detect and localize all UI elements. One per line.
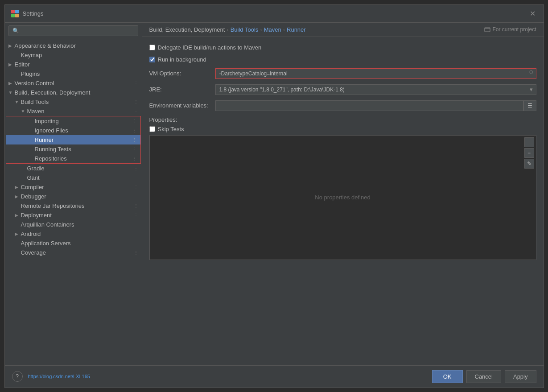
breadcrumb-part1: Build, Execution, Deployment	[149, 26, 225, 33]
app-icon	[10, 9, 19, 18]
sidebar-item-plugins[interactable]: Plugins	[5, 69, 142, 78]
cancel-button[interactable]: Cancel	[466, 370, 501, 383]
vm-options-row: VM Options: ⬡	[149, 68, 536, 79]
breadcrumb-part3[interactable]: Maven	[264, 26, 281, 33]
settings-icon: ⋮	[134, 185, 138, 190]
sidebar-item-label: Maven	[27, 108, 132, 115]
sidebar-item-label: Debugger	[21, 193, 138, 200]
settings-icon: ⋮	[132, 119, 137, 124]
breadcrumb-part2[interactable]: Build Tools	[231, 26, 259, 33]
sidebar-item-remote-jar-repos[interactable]: Remote Jar Repositories ⋮	[5, 201, 142, 210]
properties-table: + − ✎ No properties defined	[149, 135, 536, 260]
properties-header: Properties:	[149, 116, 536, 123]
jre-select[interactable]: 1.8 (java version "1.8.0_271", path: D:\…	[215, 84, 536, 95]
breadcrumb-sep1: ›	[227, 26, 228, 33]
svg-rect-4	[485, 28, 490, 32]
svg-rect-1	[15, 10, 19, 13]
right-panel: Build, Execution, Deployment › Build Too…	[142, 23, 544, 365]
sidebar-item-android[interactable]: ▶ Android	[5, 229, 142, 239]
help-button[interactable]: ?	[12, 371, 23, 382]
close-button[interactable]: ✕	[527, 8, 538, 19]
env-vars-input[interactable]	[215, 100, 523, 111]
sidebar-item-gant[interactable]: Gant	[5, 173, 142, 182]
arrow-icon: ▶	[15, 194, 21, 199]
run-bg-row: Run in background	[149, 56, 536, 63]
sidebar-item-arquillian[interactable]: Arquillian Containers	[5, 220, 142, 229]
settings-icon: ⋮	[134, 99, 138, 104]
sidebar-item-label: Coverage	[21, 249, 132, 256]
run-bg-checkbox[interactable]	[149, 57, 155, 62]
sidebar-item-repositories[interactable]: Repositories ⋮	[6, 154, 140, 163]
ok-button[interactable]: OK	[432, 370, 463, 383]
arrow-icon: ▶	[8, 81, 15, 86]
arrow-icon: ▼	[15, 99, 21, 104]
sidebar-item-maven[interactable]: ▼ Maven ⋮	[5, 107, 142, 116]
sidebar-item-version-control[interactable]: ▶ Version Control ⋮	[5, 78, 142, 88]
sidebar-item-ignored-files[interactable]: Ignored Files ⋮	[6, 126, 140, 135]
settings-icon: ⋮	[134, 203, 138, 208]
env-vars-label: Environment variables:	[149, 102, 212, 109]
sidebar-item-label: Keymap	[21, 52, 138, 58]
arrow-icon: ▶	[8, 62, 15, 67]
settings-icon: ⋮	[132, 147, 137, 152]
sidebar-item-label: Build Tools	[21, 99, 132, 105]
properties-label: Properties:	[149, 116, 177, 123]
sidebar-item-label: Editor	[15, 61, 138, 68]
sidebar-item-editor[interactable]: ▶ Editor	[5, 60, 142, 69]
sidebar-item-label: Plugins	[21, 70, 138, 77]
sidebar-item-runner[interactable]: Runner ⋮	[6, 135, 140, 144]
sidebar-item-keymap[interactable]: Keymap	[5, 50, 142, 60]
sidebar-item-coverage[interactable]: Coverage ⋮	[5, 248, 142, 257]
bottom-bar: ? https://blog.csdn.net/LXL165 OK Cancel…	[5, 365, 544, 388]
arrow-icon: ▶	[15, 185, 21, 190]
action-buttons: OK Cancel Apply	[432, 370, 536, 383]
for-project-label: For current project	[484, 26, 536, 33]
sidebar-item-label: Deployment	[21, 212, 132, 219]
vm-options-input[interactable]	[216, 69, 527, 78]
sidebar-item-label: Remote Jar Repositories	[21, 202, 132, 209]
sidebar-item-appearance[interactable]: ▶ Appearance & Behavior	[5, 41, 142, 50]
settings-icon: ⋮	[134, 166, 138, 171]
env-vars-button[interactable]: ☰	[523, 100, 536, 111]
remove-property-button[interactable]: −	[524, 148, 534, 158]
edit-property-button[interactable]: ✎	[524, 159, 534, 169]
settings-icon: ⋮	[134, 109, 138, 114]
breadcrumb-sep3: ›	[283, 26, 285, 33]
svg-rect-0	[11, 10, 15, 13]
sidebar-item-build-exec-deploy[interactable]: ▼ Build, Execution, Deployment	[5, 88, 142, 97]
vm-options-label: VM Options:	[149, 70, 212, 77]
breadcrumb-part4: Runner	[287, 26, 306, 33]
sidebar-item-label: Application Servers	[21, 240, 138, 247]
settings-icon: ⋮	[134, 250, 138, 255]
sidebar-item-compiler[interactable]: ▶ Compiler ⋮	[5, 182, 142, 192]
search-input[interactable]	[8, 25, 138, 36]
skip-tests-label: Skip Tests	[158, 126, 184, 132]
vm-expand-button[interactable]: ⬡	[527, 69, 536, 75]
arrow-icon: ▼	[8, 90, 15, 95]
breadcrumb-bar: Build, Execution, Deployment › Build Too…	[142, 23, 544, 37]
sidebar-item-deployment[interactable]: ▶ Deployment ⋮	[5, 210, 142, 220]
delegate-checkbox[interactable]	[149, 45, 155, 50]
title-bar: Settings ✕	[5, 5, 544, 23]
sidebar-item-gradle[interactable]: Gradle ⋮	[5, 164, 142, 173]
run-bg-label: Run in background	[158, 56, 206, 63]
url-bar: https://blog.csdn.net/LXL165	[28, 374, 90, 379]
sidebar-item-running-tests[interactable]: Running Tests ⋮	[6, 144, 140, 154]
add-property-button[interactable]: +	[524, 137, 534, 147]
arrow-icon: ▶	[15, 231, 21, 236]
breadcrumb-sep2: ›	[260, 26, 262, 33]
sidebar-item-build-tools[interactable]: ▼ Build Tools ⋮	[5, 97, 142, 107]
red-border-group: Importing ⋮ Ignored Files ⋮ Runner ⋮	[6, 116, 141, 164]
arrow-icon: ▼	[21, 109, 27, 114]
skip-tests-checkbox[interactable]	[149, 126, 155, 132]
skip-tests-row: Skip Tests	[149, 126, 536, 132]
sidebar-item-label: Appearance & Behavior	[15, 42, 138, 49]
apply-button[interactable]: Apply	[505, 370, 536, 383]
project-icon	[484, 26, 490, 33]
sidebar-item-debugger[interactable]: ▶ Debugger	[5, 192, 142, 201]
sidebar-item-label: Repositories	[35, 155, 131, 162]
delegate-row: Delegate IDE build/run actions to Maven	[149, 44, 536, 51]
sidebar-item-importing[interactable]: Importing ⋮	[6, 116, 140, 126]
delegate-label: Delegate IDE build/run actions to Maven	[158, 44, 262, 51]
sidebar-item-app-servers[interactable]: Application Servers	[5, 239, 142, 248]
